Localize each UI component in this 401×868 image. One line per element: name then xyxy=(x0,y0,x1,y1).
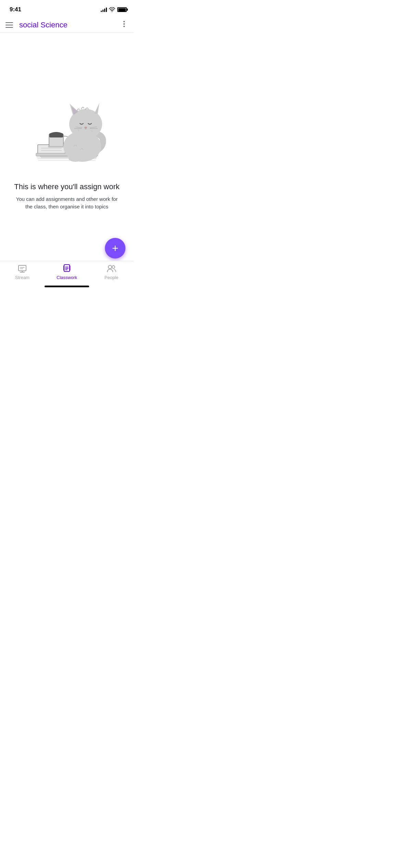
svg-point-3 xyxy=(123,26,125,27)
empty-state-title: This is where you'll assign work xyxy=(14,182,119,191)
classwork-label: Classwork xyxy=(57,275,77,280)
header: social Science xyxy=(0,17,134,33)
tab-classwork[interactable]: Classwork xyxy=(45,264,89,280)
home-indicator xyxy=(45,286,89,287)
main-content: This is where you'll assign work You can… xyxy=(0,33,134,257)
svg-rect-20 xyxy=(48,146,64,147)
classwork-icon xyxy=(62,264,72,274)
svg-point-22 xyxy=(69,155,82,162)
svg-point-0 xyxy=(112,11,112,12)
svg-rect-38 xyxy=(63,266,64,270)
svg-point-1 xyxy=(123,21,125,22)
stream-label: Stream xyxy=(15,275,29,280)
wifi-icon xyxy=(109,7,115,12)
svg-rect-39 xyxy=(70,266,70,270)
stream-icon xyxy=(17,264,27,274)
svg-point-44 xyxy=(112,266,115,268)
svg-point-43 xyxy=(108,265,112,269)
menu-button[interactable] xyxy=(5,21,14,29)
svg-point-2 xyxy=(123,23,125,25)
add-icon: + xyxy=(112,243,119,254)
tab-stream[interactable]: Stream xyxy=(0,264,45,280)
status-icons xyxy=(101,7,127,12)
app-container: 9:41 social Science xyxy=(0,0,134,289)
svg-rect-32 xyxy=(19,265,26,271)
tab-people[interactable]: People xyxy=(89,264,134,280)
svg-point-27 xyxy=(84,126,87,128)
people-label: People xyxy=(105,275,118,280)
bottom-navigation: Stream Classwork xyxy=(0,261,134,289)
add-button[interactable]: + xyxy=(105,238,125,258)
battery-icon xyxy=(117,7,127,12)
signal-icon xyxy=(101,7,107,12)
status-time: 9:41 xyxy=(10,6,21,13)
empty-state-subtitle: You can add assignments and other work f… xyxy=(15,195,118,211)
empty-state-illustration xyxy=(22,80,111,172)
people-icon xyxy=(107,264,116,274)
status-bar: 9:41 xyxy=(0,0,134,17)
cat xyxy=(63,103,103,162)
page-title: social Science xyxy=(19,21,120,29)
svg-rect-37 xyxy=(64,265,70,272)
svg-rect-19 xyxy=(49,133,63,137)
more-options-button[interactable] xyxy=(120,20,128,30)
svg-marker-25 xyxy=(94,103,99,114)
